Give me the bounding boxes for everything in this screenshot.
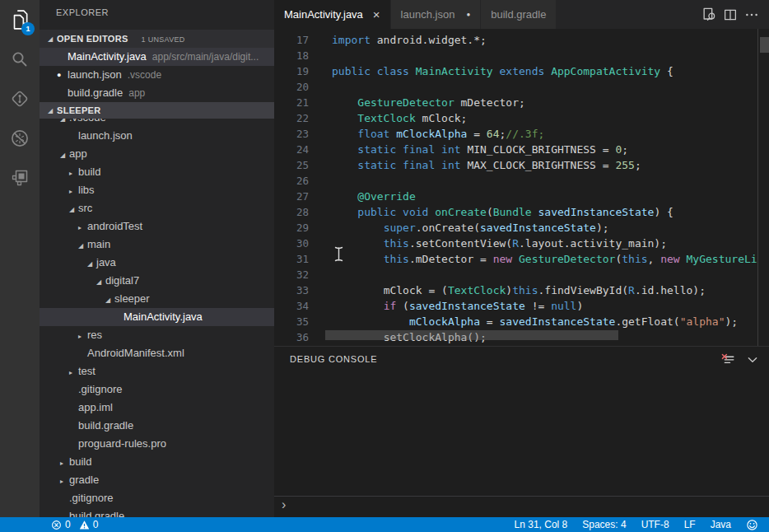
tree-folder-build[interactable]: ▸build: [40, 453, 274, 471]
tree-folder-java[interactable]: ◢java: [40, 254, 274, 272]
tree-folder-build[interactable]: ▸build: [40, 163, 274, 181]
horizontal-scrollbar-thumb[interactable]: [325, 330, 618, 340]
code-line-17[interactable]: 17import android.widget.*;: [274, 32, 757, 48]
feedback-smiley-icon[interactable]: [746, 519, 758, 531]
line-number[interactable]: 30: [274, 236, 309, 251]
more-actions-icon[interactable]: [741, 6, 762, 24]
line-number[interactable]: 32: [274, 267, 309, 282]
code-editor[interactable]: 17import android.widget.*;1819public cla…: [274, 29, 769, 346]
open-editors-section-header[interactable]: ◢OPEN EDITORS1 UNSAVED: [40, 30, 274, 48]
tree-folder-sleeper[interactable]: ◢sleeper: [40, 290, 274, 308]
file-name: launch.json: [68, 68, 122, 81]
tree-file-build-gradle[interactable]: build.gradle: [40, 417, 274, 435]
panel-tab-debug-console[interactable]: DEBUG CONSOLE: [290, 354, 377, 364]
code-line-25[interactable]: 25 static final int MAX_CLOCK_BRIGHTNESS…: [274, 157, 757, 173]
line-number[interactable]: 34: [274, 298, 309, 314]
code-line-30[interactable]: 30 this.setContentView(R.layout.activity…: [274, 236, 757, 251]
folder-section-header[interactable]: ◢SLEEPER: [40, 102, 274, 119]
activitybar-item-source-control[interactable]: [0, 79, 40, 119]
line-number[interactable]: 36: [274, 329, 309, 345]
language-mode-status[interactable]: Java: [711, 519, 731, 530]
code-line-29[interactable]: 29 super.onCreate(savedInstanceState);: [274, 220, 757, 236]
activitybar-item-debug[interactable]: [0, 119, 40, 158]
tree-folder-app[interactable]: ◢app: [40, 145, 274, 163]
tree-file-mainactivity-java[interactable]: MainActivity.java: [40, 308, 274, 326]
tab-mainactivity-java[interactable]: MainActivity.java ×: [274, 0, 390, 29]
split-editor-icon[interactable]: [720, 6, 741, 24]
activitybar-item-search[interactable]: [0, 40, 40, 79]
encoding-status[interactable]: UTF-8: [641, 519, 669, 530]
tab-build-gradle[interactable]: build.gradle: [481, 0, 556, 29]
vertical-scrollbar[interactable]: [757, 29, 769, 346]
line-number[interactable]: 31: [274, 251, 309, 267]
close-icon[interactable]: ×: [373, 8, 380, 21]
tree-folder-libs[interactable]: ▸libs: [40, 181, 274, 199]
tab-launch-json[interactable]: launch.json ●: [391, 0, 481, 29]
eol-status[interactable]: LF: [684, 519, 696, 530]
chevron-collapsed-icon: ▸: [60, 455, 69, 473]
tree-folder-main[interactable]: ◢main: [40, 236, 274, 254]
collapse-panel-icon[interactable]: [744, 352, 761, 368]
open-editor-build-gradle[interactable]: build.gradleapp: [40, 84, 274, 102]
line-number[interactable]: 29: [274, 220, 309, 236]
line-number[interactable]: 22: [274, 110, 309, 126]
code-line-27[interactable]: 27 @Override: [274, 189, 757, 204]
code-line-31[interactable]: 31 this.mDetector = new GestureDetector(…: [274, 251, 757, 267]
debug-console-output[interactable]: [274, 375, 769, 495]
line-number[interactable]: 33: [274, 282, 309, 298]
code-line-35[interactable]: 35 mClockAlpha = savedInstanceState.getF…: [274, 314, 757, 329]
line-number[interactable]: 35: [274, 314, 309, 329]
tree-folder-test[interactable]: ▸test: [40, 362, 274, 380]
line-number[interactable]: 19: [274, 63, 309, 79]
code-line-22[interactable]: 22 TextClock mClock;: [274, 110, 757, 126]
line-number[interactable]: 25: [274, 157, 309, 173]
debug-repl-input[interactable]: ›: [274, 496, 769, 516]
code-line-20[interactable]: 20: [274, 79, 757, 95]
tree-folder-digital7[interactable]: ◢digital7: [40, 272, 274, 290]
tree-folder-src[interactable]: ◢src: [40, 199, 274, 217]
chevron-expanded-icon: ◢: [105, 292, 114, 310]
activitybar-item-extensions[interactable]: [0, 158, 40, 198]
indentation-status[interactable]: Spaces: 4: [582, 519, 626, 530]
tree-file-proguard-rules-pro[interactable]: proguard-rules.pro: [40, 435, 274, 453]
open-editor-mainactivity-java[interactable]: MainActivity.javaapp/src/main/java/digit…: [40, 48, 274, 66]
line-number[interactable]: 18: [274, 48, 309, 63]
code-line-23[interactable]: 23 float mClockAlpha = 64;//.3f;: [274, 126, 757, 142]
line-number[interactable]: 21: [274, 95, 309, 110]
code-line-21[interactable]: 21 GestureDetector mDetector;: [274, 95, 757, 110]
code-line-24[interactable]: 24 static final int MIN_CLOCK_BRIGHTNESS…: [274, 142, 757, 157]
code-line-33[interactable]: 33 mClock = (TextClock)this.findViewById…: [274, 282, 757, 298]
code-token: GestureDetector: [519, 253, 615, 265]
vertical-scrollbar-thumb[interactable]: [760, 37, 769, 53]
line-number[interactable]: 26: [274, 173, 309, 189]
line-number[interactable]: 24: [274, 142, 309, 157]
code-line-19[interactable]: 19public class MainActivity extends AppC…: [274, 63, 757, 79]
line-number[interactable]: 28: [274, 204, 309, 220]
open-editor-launch-json[interactable]: ●launch.json.vscode: [40, 66, 274, 84]
clear-console-icon[interactable]: [720, 352, 736, 368]
line-number[interactable]: 27: [274, 189, 309, 204]
cursor-position-status[interactable]: Ln 31, Col 8: [515, 519, 568, 530]
tree-folder-res[interactable]: ▸res: [40, 326, 274, 344]
tree-file-app-iml[interactable]: app.iml: [40, 399, 274, 417]
problems-status[interactable]: 0 0: [51, 519, 98, 530]
modified-dot-icon[interactable]: ●: [466, 0, 470, 29]
tree-file-gitignore[interactable]: .gitignore: [40, 380, 274, 399]
tree-file-build-gradle[interactable]: build.gradle: [40, 507, 274, 517]
code-line-34[interactable]: 34 if (savedInstanceState != null): [274, 298, 757, 314]
code-line-32[interactable]: 32: [274, 267, 757, 282]
line-number[interactable]: 23: [274, 126, 309, 142]
tree-file-androidmanifest-xml[interactable]: AndroidManifest.xml: [40, 344, 274, 362]
tree-file-launch-json[interactable]: launch.json: [40, 127, 274, 145]
tree-folder-gradle[interactable]: ▸gradle: [40, 471, 274, 489]
code-line-18[interactable]: 18: [274, 48, 757, 63]
tree-file-gitignore[interactable]: .gitignore: [40, 489, 274, 507]
line-number[interactable]: 20: [274, 79, 309, 95]
activitybar-item-explorer[interactable]: 1: [0, 0, 40, 40]
tree-folder-androidtest[interactable]: ▸androidTest: [40, 217, 274, 236]
code-line-28[interactable]: 28 public void onCreate(Bundle savedInst…: [274, 204, 757, 220]
code-line-26[interactable]: 26: [274, 173, 757, 189]
line-number[interactable]: 17: [274, 32, 309, 48]
tree-folder-vscode[interactable]: ◢.vscode: [40, 119, 274, 127]
open-preview-icon[interactable]: [698, 6, 720, 24]
